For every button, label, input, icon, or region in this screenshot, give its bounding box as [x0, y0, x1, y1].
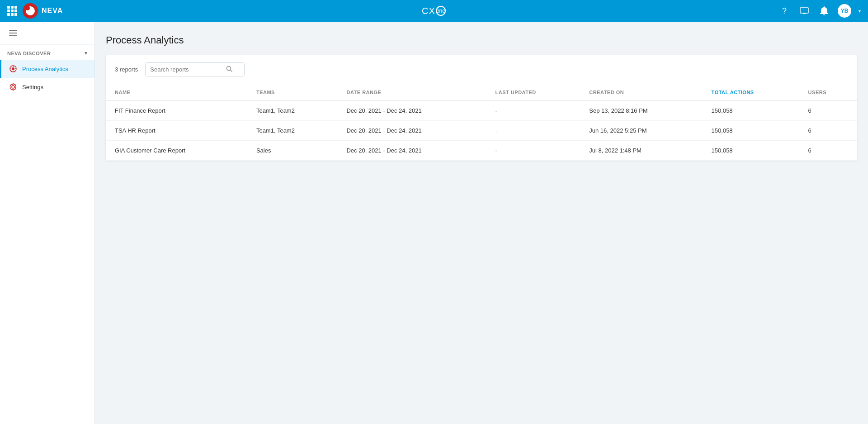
col-users: USERS [799, 84, 857, 101]
cell-date-range: Dec 20, 2021 - Dec 24, 2021 [337, 141, 486, 161]
cxone-oval: one [436, 6, 446, 16]
table-header: NAME TEAMS DATE RANGE LAST UPDATED CREAT… [106, 84, 857, 101]
cell-users: 6 [799, 141, 857, 161]
settings-icon [9, 82, 18, 91]
cell-created-on: Jul 8, 2022 1:48 PM [580, 141, 702, 161]
sidebar: NEVA DISCOVER ▾ Process Analytics [0, 22, 95, 424]
table-row[interactable]: FIT Finance Report Team1, Team2 Dec 20, … [106, 101, 857, 121]
cell-users: 6 [799, 101, 857, 121]
top-bar-left: NEVA [7, 3, 63, 19]
cell-total-actions: 150,058 [703, 141, 799, 161]
cell-teams: Sales [247, 141, 338, 161]
user-avatar[interactable]: YB [838, 4, 851, 18]
table-row[interactable]: TSA HR Report Team1, Team2 Dec 20, 2021 … [106, 121, 857, 141]
neva-text: NEVA [42, 7, 63, 15]
cell-teams: Team1, Team2 [247, 121, 338, 141]
cxone-one-text: one [436, 8, 445, 14]
sidebar-item-label-settings: Settings [22, 84, 43, 91]
cell-last-updated: - [486, 101, 580, 121]
cell-last-updated: - [486, 141, 580, 161]
cell-name: GIA Customer Care Report [106, 141, 247, 161]
content-card: 3 reports NAME TEAMS [106, 55, 857, 161]
top-bar: NEVA CX one ? YB ▾ [0, 0, 868, 22]
hamburger-icon [7, 28, 87, 38]
col-teams: TEAMS [247, 84, 338, 101]
main-content: Process Analytics 3 reports [95, 22, 868, 424]
cell-name: TSA HR Report [106, 121, 247, 141]
cell-total-actions: 150,058 [703, 101, 799, 121]
svg-line-11 [231, 70, 232, 72]
user-dropdown-arrow[interactable]: ▾ [859, 9, 861, 14]
sidebar-item-process-analytics[interactable]: Process Analytics [0, 60, 94, 78]
monitor-icon[interactable] [798, 5, 811, 17]
page-title: Process Analytics [106, 34, 857, 46]
top-bar-right: ? YB ▾ [778, 4, 861, 18]
process-analytics-icon [9, 64, 18, 73]
help-button[interactable]: ? [778, 5, 791, 17]
table-header-row: NAME TEAMS DATE RANGE LAST UPDATED CREAT… [106, 84, 857, 101]
neva-brand: NEVA [23, 3, 63, 19]
sidebar-item-label-process-analytics: Process Analytics [22, 66, 68, 72]
table-row[interactable]: GIA Customer Care Report Sales Dec 20, 2… [106, 141, 857, 161]
col-created-on: CREATED ON [580, 84, 702, 101]
cell-teams: Team1, Team2 [247, 101, 338, 121]
cxone-cx-text: CX [422, 6, 435, 16]
reports-table: NAME TEAMS DATE RANGE LAST UPDATED CREAT… [106, 84, 857, 161]
cell-created-on: Sep 13, 2022 8:16 PM [580, 101, 702, 121]
search-input[interactable] [150, 66, 222, 73]
reports-count: 3 reports [115, 66, 138, 73]
sidebar-section-header[interactable]: NEVA DISCOVER ▾ [0, 45, 94, 60]
cell-users: 6 [799, 121, 857, 141]
svg-rect-0 [800, 8, 808, 13]
notifications-icon[interactable] [818, 5, 830, 17]
svg-point-4 [12, 67, 14, 70]
search-box[interactable] [145, 62, 245, 76]
sidebar-item-settings[interactable]: Settings [0, 78, 94, 96]
sidebar-section-label: NEVA DISCOVER [7, 51, 51, 56]
app-body: NEVA DISCOVER ▾ Process Analytics [0, 22, 868, 424]
col-total-actions: TOTAL ACTIONS [703, 84, 799, 101]
col-name: NAME [106, 84, 247, 101]
cell-date-range: Dec 20, 2021 - Dec 24, 2021 [337, 121, 486, 141]
cell-total-actions: 150,058 [703, 121, 799, 141]
cell-name: FIT Finance Report [106, 101, 247, 121]
col-date-range: DATE RANGE [337, 84, 486, 101]
neva-logo-icon [23, 3, 38, 19]
col-last-updated: LAST UPDATED [486, 84, 580, 101]
svg-point-9 [12, 86, 14, 88]
sidebar-toggle[interactable] [0, 22, 94, 45]
cell-date-range: Dec 20, 2021 - Dec 24, 2021 [337, 101, 486, 121]
cxone-logo: CX one [422, 6, 446, 16]
cell-last-updated: - [486, 121, 580, 141]
table-body: FIT Finance Report Team1, Team2 Dec 20, … [106, 101, 857, 161]
sidebar-section-chevron: ▾ [85, 50, 88, 56]
cell-created-on: Jun 16, 2022 5:25 PM [580, 121, 702, 141]
apps-grid-icon[interactable] [7, 6, 17, 16]
search-icon [226, 66, 232, 73]
card-toolbar: 3 reports [106, 55, 857, 84]
top-bar-center: CX one [422, 6, 446, 16]
